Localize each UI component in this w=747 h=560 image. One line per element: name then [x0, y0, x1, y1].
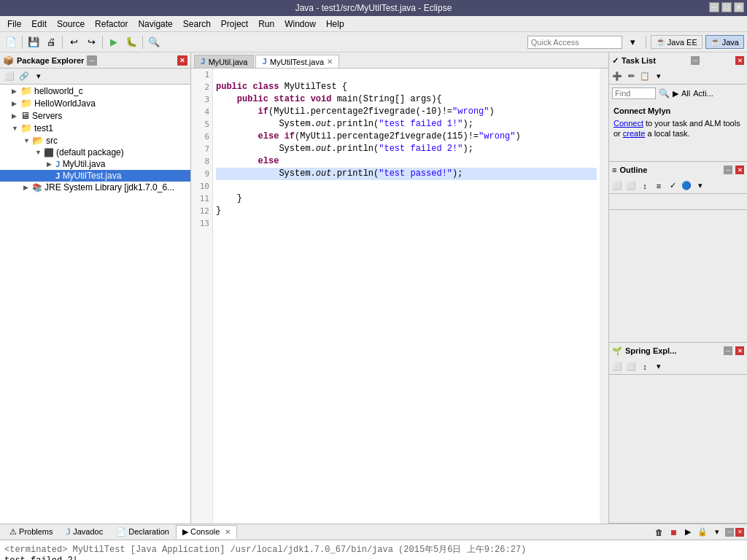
spring-btn1[interactable]: ⬜ — [611, 360, 624, 373]
tab-myutil[interactable]: J MyUtil.java — [194, 55, 254, 68]
console-output-line: test failed 2! — [4, 556, 743, 560]
bottom-min-btn[interactable]: ─ — [725, 528, 734, 537]
console-scroll-lock[interactable]: 🔒 — [696, 526, 709, 539]
console-tab-close[interactable]: ✕ — [225, 528, 231, 536]
console-relaunch-button[interactable]: ▶ — [681, 526, 694, 539]
spring-btn4[interactable]: ▾ — [652, 360, 665, 373]
console-clear-button[interactable]: 🗑 — [652, 526, 665, 539]
outline-btn1[interactable]: ⬜ — [611, 179, 624, 192]
code-line-12: } — [216, 205, 597, 217]
outline-btn2[interactable]: ⬜ — [624, 179, 638, 192]
spring-btn2[interactable]: ⬜ — [624, 360, 638, 373]
code-line-6: else if(MyUtil.percentage2fivegrade(115)… — [216, 131, 597, 143]
console-stop-button[interactable]: ⏹ — [667, 526, 680, 539]
outline-btn5[interactable]: ✓ — [666, 179, 679, 192]
code-content[interactable]: public class MyUtilTest { public static … — [213, 69, 600, 524]
acti-filter[interactable]: Acti... — [693, 89, 713, 98]
tree-arrow: ▶ — [12, 100, 20, 107]
quick-access-dropdown[interactable]: ▾ — [625, 34, 641, 50]
spring-minimize[interactable]: ─ — [724, 346, 732, 355]
task-list-close[interactable]: ✕ — [735, 56, 744, 65]
line-num-6: 6 — [191, 131, 212, 143]
all-filter[interactable]: All — [681, 89, 690, 98]
menu-edit[interactable]: Edit — [27, 18, 51, 31]
tree-item-myutil-java[interactable]: ▶ J MyUtil.java — [0, 158, 190, 170]
outline-close[interactable]: ✕ — [735, 166, 744, 174]
tree-item-jre[interactable]: ▶ 📚 JRE System Library [jdk1.7.0_6... — [0, 182, 190, 193]
outline-btn3[interactable]: ↕ — [638, 179, 651, 192]
menu-search[interactable]: Search — [179, 18, 215, 31]
search-button[interactable]: 🔍 — [146, 34, 162, 50]
spring-toolbar: ⬜ ⬜ ↕ ▾ — [609, 359, 747, 375]
tab-close-icon[interactable]: ✕ — [327, 58, 333, 66]
undo-button[interactable]: ↩ — [66, 34, 82, 50]
task-view-button[interactable]: 📋 — [638, 70, 651, 83]
quick-access-input[interactable] — [527, 36, 622, 49]
menu-file[interactable]: File — [3, 18, 26, 31]
menu-project[interactable]: Project — [217, 18, 252, 31]
menu-refactor[interactable]: Refactor — [90, 18, 132, 31]
menu-help[interactable]: Help — [322, 18, 349, 31]
tree-item-servers[interactable]: ▶ 🖥 Servers — [0, 109, 190, 122]
save-button[interactable]: 💾 — [26, 34, 42, 50]
menu-source[interactable]: Source — [53, 18, 89, 31]
tab-console[interactable]: ▶ Console ✕ — [176, 525, 237, 539]
outline-btn6[interactable]: 🔵 — [680, 179, 693, 192]
tab-myutiltest[interactable]: J MyUtilTest.java ✕ — [255, 55, 339, 68]
spring-btn3[interactable]: ↕ — [638, 360, 651, 373]
connect-link[interactable]: Connect — [614, 119, 643, 128]
task-list-minimize[interactable]: ─ — [691, 56, 700, 65]
minimize-button[interactable]: ─ — [709, 2, 719, 12]
view-menu-button[interactable]: ▾ — [32, 70, 45, 83]
toolbar-sep-1 — [22, 36, 23, 49]
menu-window[interactable]: Window — [280, 18, 320, 31]
redo-button[interactable]: ↪ — [83, 34, 99, 50]
outline-minimize[interactable]: ─ — [724, 166, 732, 174]
bottom-close-btn[interactable]: ✕ — [735, 528, 744, 537]
editor-scrollbar[interactable] — [600, 69, 608, 524]
spring-icon: 🌱 — [612, 346, 622, 356]
debug-button[interactable]: 🐛 — [123, 34, 139, 50]
create-link[interactable]: create — [623, 129, 646, 138]
task-list-header: ✓ Task List ─ ✕ — [609, 52, 747, 69]
tree-item-default-package[interactable]: ▼ ⬛ (default package) — [0, 147, 190, 158]
close-button[interactable]: ✕ — [734, 2, 744, 12]
tree-item-test1[interactable]: ▼ 📁 test1 — [0, 122, 190, 134]
new-task-button[interactable]: ➕ — [611, 70, 624, 83]
tab-declaration[interactable]: 📄 Declaration — [109, 525, 176, 539]
collapse-all-button[interactable]: ⬜ — [3, 70, 16, 83]
tree-item-hello-world-java[interactable]: ▶ 📁 HelloWorldJava — [0, 97, 190, 109]
java-perspective[interactable]: ☕ Java — [705, 35, 744, 49]
tree-item-myutiltest-java[interactable]: ▶ J MyUtilTest.java — [0, 170, 190, 182]
spring-close[interactable]: ✕ — [735, 346, 744, 355]
menu-run[interactable]: Run — [254, 18, 279, 31]
code-line-13 — [216, 217, 597, 230]
console-more[interactable]: ▾ — [711, 526, 724, 539]
new-button[interactable]: 📄 — [3, 34, 19, 50]
tab-problems[interactable]: ⚠ Problems — [3, 525, 60, 539]
print-button[interactable]: 🖨 — [43, 34, 59, 50]
java-ee-perspective[interactable]: ☕ Java EE — [651, 35, 703, 49]
task-more-button[interactable]: ▾ — [652, 70, 665, 83]
line-num-10: 10 — [191, 180, 212, 192]
java-ee-icon: ☕ — [656, 37, 666, 47]
project-icon: 📁 — [20, 98, 32, 109]
run-button[interactable]: ▶ — [106, 34, 122, 50]
link-editor-button[interactable]: 🔗 — [18, 70, 31, 83]
tab-javadoc[interactable]: J Javadoc — [60, 525, 110, 539]
tree-item-helloworld-c[interactable]: ▶ 📁 helloworld_c — [0, 85, 190, 97]
task-find-input[interactable] — [612, 88, 656, 99]
quick-access-area: ▾ ☕ Java EE ☕ Java — [527, 34, 744, 50]
outline-more[interactable]: ▾ — [694, 179, 707, 192]
maximize-button[interactable]: □ — [721, 2, 732, 12]
outline-btn4[interactable]: ≡ — [652, 179, 665, 192]
package-explorer-close[interactable]: ✕ — [177, 55, 187, 66]
code-line-7: System.out.println("test failed 2!"); — [216, 143, 597, 155]
code-line-8: else — [216, 155, 597, 168]
editor-tabs: J MyUtil.java J MyUtilTest.java ✕ — [191, 52, 608, 69]
tree-arrow: ▶ — [12, 112, 20, 120]
package-explorer-minimize[interactable]: ─ — [87, 55, 97, 66]
menu-navigate[interactable]: Navigate — [133, 18, 177, 31]
tree-item-src[interactable]: ▼ 📂 src — [0, 134, 190, 147]
edit-task-button[interactable]: ✏ — [624, 70, 638, 83]
